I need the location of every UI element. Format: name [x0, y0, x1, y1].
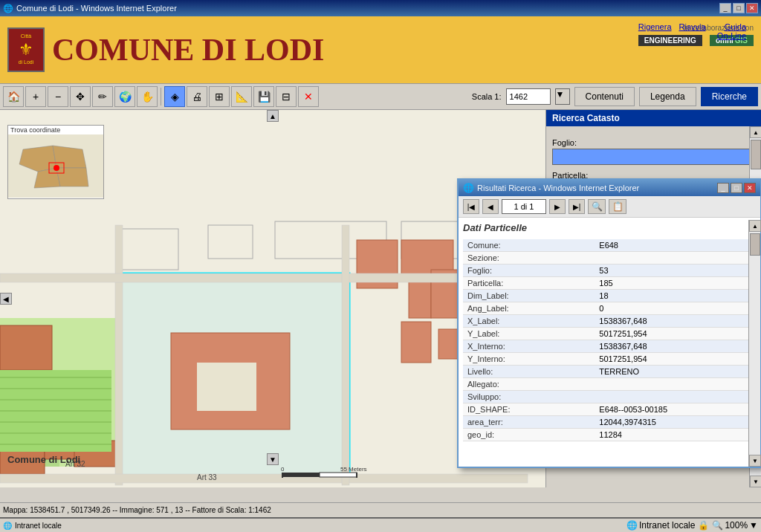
coord-status: Mappa: 1538451.7 , 5017349.26 -- Immagin…	[3, 506, 271, 514]
table-row: geo_id:11284	[463, 429, 756, 441]
zoom-in-button[interactable]: +	[25, 86, 46, 107]
pan-button[interactable]: ✥	[70, 86, 91, 107]
search-results-btn[interactable]: 🔍	[588, 199, 606, 214]
comune-label: Comune di Lodi	[7, 454, 80, 465]
dialog-body[interactable]: Dati Particelle Comune:E648Sezione:Fogli…	[459, 218, 760, 464]
zoom-out-button[interactable]: −	[48, 86, 68, 107]
data-title: Dati Particelle	[463, 222, 756, 233]
security-icons: 🔒	[698, 520, 709, 531]
scale-dropdown[interactable]: ▼	[555, 88, 570, 105]
dialog-title-bar: 🌐 Risultati Ricerca - Windows Internet E…	[459, 180, 760, 196]
legenda-tab[interactable]: Legenda	[639, 87, 696, 106]
field-label: ID_SHAPE:	[463, 403, 595, 416]
dialog-minimize[interactable]: _	[717, 183, 729, 193]
hand-button[interactable]: ✋	[137, 86, 158, 107]
svg-rect-23	[0, 325, 52, 370]
measure-button[interactable]: 📐	[231, 86, 252, 107]
nav-up-arrow[interactable]: ▲	[267, 110, 279, 122]
field-value: 185	[595, 277, 756, 290]
svg-marker-4	[56, 168, 88, 186]
field-value: 5017251,954	[595, 353, 756, 366]
print-button[interactable]: 🖨	[187, 86, 207, 107]
field-label: Livello:	[463, 366, 595, 378]
table-row: Y_Label:5017251,954	[463, 328, 756, 340]
dialog-close[interactable]: ✕	[744, 183, 756, 193]
field-label: Ang_Label:	[463, 302, 595, 315]
svg-rect-42	[342, 225, 349, 485]
export-results-btn[interactable]: 📋	[609, 199, 626, 214]
zoom-control[interactable]: 🔍 100% ▼	[712, 520, 758, 531]
close-button[interactable]: ✕	[746, 3, 758, 13]
minus-button[interactable]: ⊟	[276, 86, 297, 107]
city-abbr-top: Città	[19, 33, 34, 39]
rigenera-link[interactable]: Rigenera	[638, 22, 672, 40]
ie-status-left: 🌐 Intranet locale	[0, 522, 624, 530]
identify-button[interactable]: ✏	[92, 86, 113, 107]
dialog-scroll-thumb[interactable]	[750, 233, 760, 256]
minimize-button[interactable]: _	[719, 3, 731, 13]
foglio-label: Foglio:	[552, 138, 755, 147]
svg-rect-40	[0, 273, 528, 282]
toolbar-separator	[161, 88, 161, 106]
ricerche-tab[interactable]: Ricerche	[701, 87, 758, 106]
table-row: X_Label:1538367,648	[463, 315, 756, 328]
scroll-down-btn[interactable]: ▼	[750, 476, 761, 487]
home-button[interactable]: 🏠	[3, 86, 24, 107]
close-tool-button[interactable]: ✕	[298, 86, 319, 107]
scroll-thumb[interactable]	[751, 140, 761, 169]
contenuti-tab[interactable]: Contenuti	[574, 87, 635, 106]
results-dialog: 🌐 Risultati Ricerca - Windows Internet E…	[457, 178, 761, 468]
scale-input[interactable]	[506, 88, 551, 105]
guida-link[interactable]: Guida On-Line	[713, 22, 746, 40]
header-right: In collaborazione con ENGINEERING omniGI…	[638, 24, 754, 46]
panel-header: Ricerca Catasto	[546, 110, 761, 126]
city-abbr-bottom: di Lodi	[19, 59, 34, 65]
svg-rect-39	[115, 225, 123, 485]
nav-left-arrow[interactable]: ◀	[0, 293, 12, 305]
page-indicator[interactable]	[502, 199, 546, 214]
foglio-input[interactable]	[552, 149, 755, 165]
first-page-btn[interactable]: |◀	[463, 199, 479, 214]
field-value: 53	[595, 265, 756, 277]
nav-down-arrow[interactable]: ▼	[267, 453, 279, 465]
select-button[interactable]: ◈	[164, 86, 185, 107]
dialog-scroll-down[interactable]: ▼	[749, 455, 761, 467]
layer-button[interactable]: ⊞	[209, 86, 230, 107]
globe-button[interactable]: 🌍	[114, 86, 135, 107]
dialog-restore[interactable]: □	[731, 183, 742, 193]
svg-rect-46	[320, 473, 357, 477]
next-page-btn[interactable]: ▶	[549, 199, 566, 214]
table-row: Sviluppo:	[463, 391, 756, 403]
field-value: 1538367,648	[595, 315, 756, 328]
table-row: Livello:TERRENO	[463, 366, 756, 378]
field-label: Y_Interno:	[463, 353, 595, 366]
dialog-scroll-up[interactable]: ▲	[749, 220, 761, 232]
svg-text:55 Meters: 55 Meters	[340, 466, 367, 473]
field-label: area_terr:	[463, 416, 595, 429]
svg-text:0: 0	[281, 466, 285, 473]
table-row: Comune:E648	[463, 239, 756, 252]
field-label: Sviluppo:	[463, 391, 595, 403]
table-row: Ang_Label:0	[463, 302, 756, 315]
field-value: TERRENO	[595, 366, 756, 378]
restore-button[interactable]: □	[733, 3, 745, 13]
field-value	[595, 378, 756, 391]
overview-map: Trova coordinate	[7, 125, 104, 199]
field-label: Particella:	[463, 277, 595, 290]
city-name: COMUNE DI LODI	[52, 32, 324, 68]
dialog-title-text: Risultati Ricerca - Windows Internet Exp…	[477, 184, 639, 192]
title-bar: 🌐 Comune di Lodi - Windows Internet Expl…	[0, 0, 761, 16]
table-row: Sezione:	[463, 252, 756, 265]
last-page-btn[interactable]: ▶|	[569, 199, 585, 214]
field-label: Sezione:	[463, 252, 595, 265]
svg-rect-17	[409, 281, 431, 318]
table-row: Particella:185	[463, 277, 756, 290]
riavvia-link[interactable]: Riavvia	[679, 22, 706, 40]
scroll-up-btn[interactable]: ▲	[750, 126, 761, 138]
prev-page-btn[interactable]: ◀	[482, 199, 499, 214]
svg-text:Art 33: Art 33	[197, 473, 217, 481]
dialog-scrollbar[interactable]: ▲ ▼	[748, 220, 760, 467]
field-label: Comune:	[463, 239, 595, 252]
field-label: Y_Label:	[463, 328, 595, 340]
export-button[interactable]: 💾	[253, 86, 274, 107]
